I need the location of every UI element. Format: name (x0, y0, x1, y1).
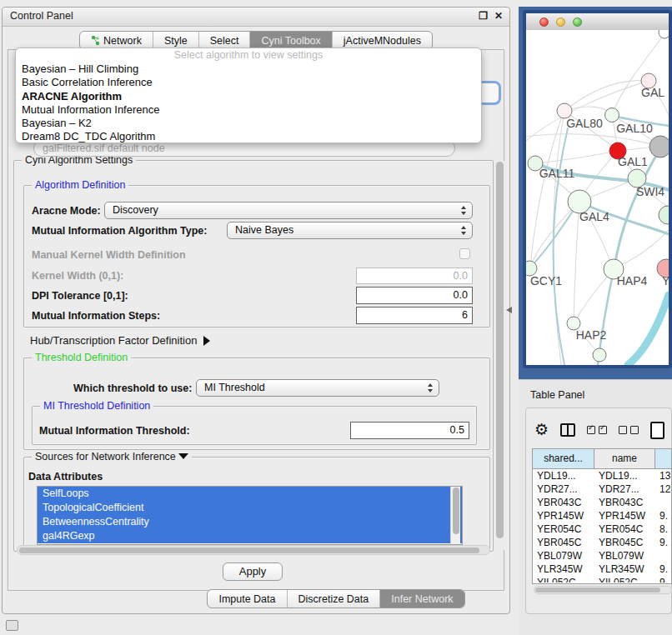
table-row[interactable]: YIL052CYIL052C9 (533, 576, 671, 582)
table-row[interactable]: YBR043CYBR043C (533, 496, 671, 509)
dpi-tolerance-field[interactable]: 0.0 (356, 287, 473, 304)
table-document-icon[interactable] (650, 422, 664, 439)
aracne-mode-combo[interactable]: Discovery (104, 202, 473, 219)
attributes-scrollbar-thumb[interactable] (453, 488, 459, 534)
network-node-top-partial[interactable] (659, 30, 669, 38)
network-edge[interactable] (628, 295, 669, 365)
network-canvas[interactable]: GALGAL80GAL10GAL1GAL11GAL4SWI4GCY1HAP4YH… (526, 30, 669, 365)
table-row[interactable]: YDR27...YDR27...12 (533, 482, 671, 496)
dpi-tolerance-label: DPI Tolerance [0,1]: (32, 290, 128, 302)
table-row[interactable]: YBL079WYBL079W (533, 549, 671, 562)
tab-select[interactable]: Select (199, 32, 251, 49)
algorithm-option-basic-correlation-inference[interactable]: Basic Correlation Inference (16, 76, 481, 89)
node-table[interactable]: shared...name YDL19...YDL19...13YDR27...… (532, 448, 672, 584)
mi-algorithm-type-label: Mutual Information Algorithm Type: (32, 225, 207, 237)
apply-button[interactable]: Apply (223, 562, 283, 581)
hub-definition-expander[interactable]: Hub/Transcription Factor Definition (30, 334, 210, 347)
kernel-width-field[interactable]: 0.0 (356, 268, 473, 284)
network-node-bottom-partial[interactable] (593, 348, 606, 362)
mi-threshold-field[interactable]: 0.5 (350, 422, 469, 439)
table-cell: 8. (655, 522, 672, 536)
table-row[interactable]: YDL19...YDL19...13 (533, 469, 671, 482)
tab-jactivemnodules[interactable]: jActiveMNodules (333, 32, 432, 49)
tab-label: jActiveMNodules (344, 35, 421, 47)
bottom-tab-infer-network[interactable]: Infer Network (380, 590, 464, 608)
zoom-window-icon[interactable] (573, 18, 582, 27)
table-row[interactable]: YBR045CYBR045C9. (533, 536, 671, 549)
close-window-icon[interactable] (539, 18, 549, 27)
tab-network[interactable]: Network (80, 32, 153, 49)
algorithm-option-aracne-algorithm[interactable]: ARACNE Algorithm (16, 90, 481, 103)
column-header-shared[interactable]: shared... (533, 449, 594, 469)
table-horizontal-scrollbar[interactable] (534, 586, 672, 594)
sources-title[interactable]: Sources for Network Inference (32, 451, 192, 462)
tab-label: Cyni Toolbox (261, 35, 320, 47)
table-cell (655, 549, 672, 562)
table-cell: YPR145W (594, 509, 655, 522)
minimize-window-icon[interactable] (556, 18, 565, 27)
algorithm-option-mutual-information-inference[interactable]: Mutual Information Inference (16, 103, 481, 117)
bottom-tab-impute-data[interactable]: Impute Data (208, 590, 287, 608)
settings-horizontal-scrollbar[interactable] (17, 545, 490, 555)
table-row[interactable]: YLR345WYLR345W9. (533, 562, 671, 576)
mi-algorithm-type-combo[interactable]: Naive Bayes (227, 222, 473, 239)
network-edge[interactable] (526, 134, 658, 146)
which-threshold-combo[interactable]: MI Threshold (196, 379, 439, 397)
node-label-swi4: SWI4 (636, 185, 664, 198)
attribute-item-betweennesscentrality[interactable]: BetweennessCentrality (38, 515, 462, 529)
mi-steps-field[interactable]: 6 (356, 307, 473, 324)
data-attributes-list[interactable]: SelfLoopsTopologicalCoefficientBetweenne… (37, 486, 463, 545)
tab-style[interactable]: Style (153, 32, 199, 49)
aracne-mode-label: Aracne Mode: (32, 205, 101, 217)
attribute-item-selfloops[interactable]: SelfLoops (38, 487, 462, 501)
table-toolbar: ⚙ (534, 420, 664, 440)
algorithm-option-dream8-dc-tdc-algorithm[interactable]: Dream8 DC_TDC Algorithm (16, 130, 481, 143)
settings-hscrollbar-thumb[interactable] (19, 548, 479, 553)
network-graph[interactable]: GALGAL80GAL10GAL1GAL11GAL4SWI4GCY1HAP4YH… (526, 30, 669, 368)
network-edge[interactable] (530, 113, 563, 267)
gear-icon[interactable]: ⚙ (534, 422, 549, 438)
collapse-down-icon[interactable] (178, 453, 188, 459)
attributes-list-scrollbar[interactable] (450, 487, 460, 544)
mi-algorithm-type-value: Naive Bayes (235, 224, 293, 236)
network-node-gray-node[interactable] (649, 136, 669, 158)
tab-cyni-toolbox[interactable]: Cyni Toolbox (250, 32, 332, 49)
algorithm-dropdown-popup: Select algorithm to view settings Bayesi… (15, 48, 482, 143)
network-edge[interactable] (612, 32, 665, 115)
algorithm-dropdown-options: Bayesian – Hill ClimbingBasic Correlatio… (16, 62, 481, 143)
close-panel-icon[interactable]: ✕ (494, 10, 503, 22)
table-header-row: shared...name (533, 449, 671, 469)
table-cell: YER054C (533, 522, 594, 536)
table-row[interactable]: YPR145WYPR145W9. (533, 509, 671, 522)
algorithm-option-bayesian-hill-climbing[interactable]: Bayesian – Hill Climbing (16, 62, 481, 76)
table-hscrollbar-thumb[interactable] (535, 588, 660, 592)
network-edge[interactable] (554, 128, 568, 365)
algorithm-option-bayesian-k2[interactable]: Bayesian – K2 (16, 117, 481, 130)
network-edge[interactable] (574, 202, 579, 323)
column-header-name[interactable]: name (594, 449, 655, 469)
expand-right-icon[interactable] (203, 336, 210, 346)
attribute-item-gal4rgexp[interactable]: gal4RGexp (38, 529, 462, 543)
manual-kernel-width-checkbox[interactable] (459, 248, 470, 259)
mouse-cursor (506, 307, 512, 313)
attribute-item-topologicalcoefficient[interactable]: TopologicalCoefficient (38, 501, 462, 515)
control-panel-titlebar: Control Panel ❐ ✕ (3, 8, 509, 27)
network-node-gal10[interactable] (605, 108, 619, 122)
columns-icon[interactable] (560, 423, 575, 437)
network-node-green-right-partial[interactable] (659, 206, 669, 224)
float-window-icon[interactable]: ❐ (479, 10, 488, 22)
node-label-gal4: GAL4 (579, 210, 609, 223)
node-label-hap2: HAP2 (576, 328, 607, 342)
settings-vscrollbar-thumb[interactable] (496, 162, 504, 538)
aracne-mode-value: Discovery (113, 204, 158, 216)
kernel-width-label: Kernel Width (0,1): (32, 270, 123, 282)
bottom-tab-discretize-data[interactable]: Discretize Data (288, 590, 381, 608)
deselect-all-checkboxes-icon[interactable] (619, 426, 639, 434)
collapsed-panel-icon[interactable] (6, 620, 18, 631)
mi-steps-label: Mutual Information Steps: (32, 310, 160, 322)
table-row[interactable]: YER054CYER054C8. (533, 522, 671, 536)
settings-vertical-scrollbar[interactable] (494, 161, 505, 550)
node-label-gal: GAL (641, 86, 664, 99)
column-header-clipped[interactable] (655, 449, 672, 469)
select-all-checkboxes-icon[interactable] (587, 426, 607, 434)
